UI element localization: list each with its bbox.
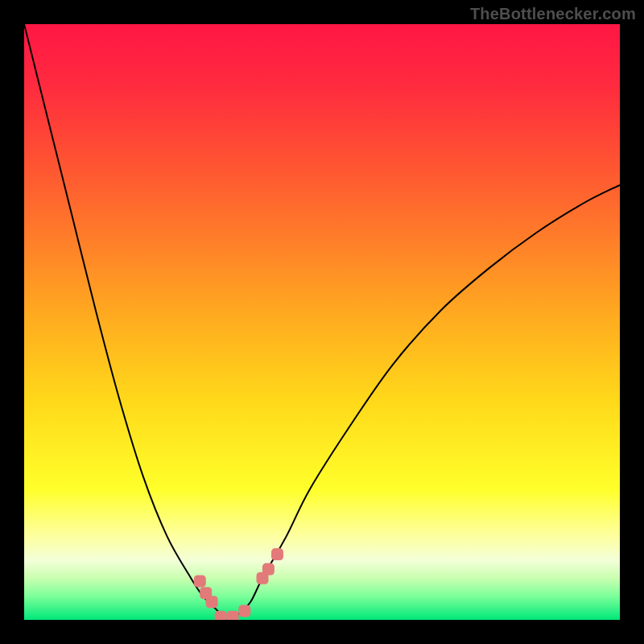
- data-marker: [271, 548, 283, 560]
- plot-area: [24, 24, 620, 620]
- bottleneck-curve-chart: [24, 24, 620, 620]
- data-marker: [227, 611, 239, 620]
- data-marker: [215, 611, 227, 620]
- gradient-background: [24, 24, 620, 620]
- data-marker: [206, 596, 218, 608]
- chart-frame: TheBottlenecker.com: [0, 0, 644, 644]
- watermark-text: TheBottlenecker.com: [470, 5, 636, 23]
- data-marker: [262, 564, 275, 576]
- data-marker: [194, 575, 206, 587]
- data-marker: [238, 605, 250, 617]
